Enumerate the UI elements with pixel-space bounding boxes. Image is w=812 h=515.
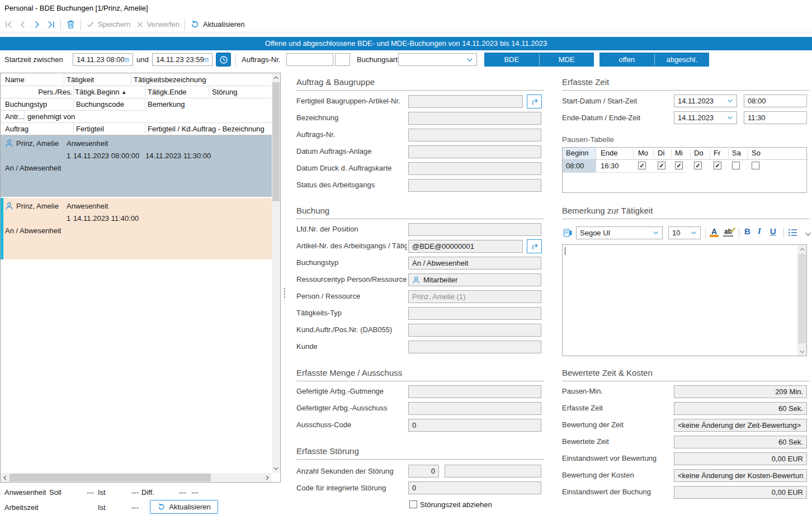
scroll-down-icon[interactable] xyxy=(272,464,280,473)
buchungstyp-field[interactable] xyxy=(408,257,541,270)
time-filter-button[interactable] xyxy=(216,53,231,67)
pause-day-do-checkbox[interactable] xyxy=(694,162,702,169)
col-taetigkeitsbezeichnung[interactable]: Tätigkeitsbezeichnung xyxy=(134,75,206,84)
scroll-up-icon[interactable] xyxy=(272,73,280,82)
delete-button[interactable] xyxy=(66,20,75,29)
lfd-nr-field[interactable] xyxy=(408,223,541,236)
bewertung-zeit-field[interactable] xyxy=(674,419,807,432)
start-date-input[interactable]: 14.11.23 08:00 xyxy=(73,53,133,66)
col-fertigteil-bezeichnung[interactable]: Fertigteil / Kd.Auftrag - Bezeichnung xyxy=(148,125,265,133)
bewertete-zeit-field[interactable] xyxy=(674,436,807,448)
scroll-right-icon[interactable] xyxy=(263,473,271,482)
pause-ende-cell[interactable]: 16:30 xyxy=(601,162,619,170)
pausen-col-di[interactable]: Di xyxy=(658,149,664,157)
bemerkung-editor[interactable] xyxy=(562,244,807,356)
person-ressource-field[interactable] xyxy=(408,290,541,303)
font-color-button[interactable]: A xyxy=(710,227,719,237)
scroll-up-icon[interactable] xyxy=(797,245,806,253)
buchungsart-select[interactable] xyxy=(398,53,477,66)
booking-row-open[interactable]: Prinz, Amelie Anwesenheit 1 14.11.2023 1… xyxy=(1,198,272,259)
underline-button[interactable]: U xyxy=(770,226,776,236)
pause-day-mi-checkbox[interactable] xyxy=(675,162,683,169)
pause-beginn-cell[interactable]: 08:00 xyxy=(563,160,596,172)
pausen-col-do[interactable]: Do xyxy=(694,149,704,157)
artikel-nr-arbeitsgang-field[interactable] xyxy=(408,240,523,253)
col-name[interactable]: Name xyxy=(5,75,25,84)
toolbar-more-button[interactable] xyxy=(805,230,811,238)
scroll-thumb[interactable] xyxy=(10,474,211,481)
taetigkeits-typ-field[interactable] xyxy=(408,307,541,320)
datum-druck-field[interactable] xyxy=(408,162,541,175)
auftrag-nr-input[interactable] xyxy=(286,53,333,66)
col-buchungstyp[interactable]: Buchungstyp xyxy=(5,100,47,108)
pausen-col-ende[interactable]: Ende xyxy=(601,149,617,157)
col-stoerung[interactable]: Störung xyxy=(212,88,238,96)
einstandswert-vor-field[interactable] xyxy=(674,452,807,465)
auftrags-nr-field[interactable] xyxy=(408,129,541,141)
footer-refresh-button[interactable]: Aktualisieren xyxy=(150,500,218,514)
pausen-col-sa[interactable]: Sa xyxy=(732,149,741,157)
start-zeit-input[interactable] xyxy=(744,95,807,107)
col-auftrag[interactable]: Auftrag xyxy=(5,125,29,133)
font-size-select[interactable]: 10 xyxy=(668,226,701,239)
pausen-min-field[interactable] xyxy=(674,385,807,398)
gutmenge-field[interactable] xyxy=(408,385,541,398)
scroll-left-icon[interactable] xyxy=(1,473,9,482)
auftrag-nr-input-2[interactable] xyxy=(335,53,350,66)
col-taetigk-ende[interactable]: Tätigk.Ende xyxy=(148,88,186,96)
booking-row-selected[interactable]: Prinz, Amelie Anwesenheit 1 14.11.2023 0… xyxy=(1,135,272,197)
stoerungszeit-abziehen-checkbox[interactable] xyxy=(409,500,417,508)
col-taetigk-beginn[interactable]: Tätigk.Beginn ▲ xyxy=(75,88,126,96)
nav-next-button[interactable] xyxy=(32,20,41,29)
list-vertical-scrollbar[interactable] xyxy=(272,73,280,473)
pause-day-sa-checkbox[interactable] xyxy=(732,162,740,169)
ende-datum-select[interactable]: 14.11.2023 xyxy=(674,111,737,124)
bde-toggle-button[interactable]: BDE xyxy=(484,53,539,67)
datum-auftrags-anlage-field[interactable] xyxy=(408,145,541,158)
nav-first-button[interactable] xyxy=(4,20,13,29)
editor-vertical-scrollbar[interactable] xyxy=(797,245,806,356)
ausschuss-code-field[interactable] xyxy=(408,419,541,432)
jump-to-artikel-button[interactable] xyxy=(527,95,542,108)
scroll-thumb[interactable] xyxy=(272,82,280,201)
pausen-col-mo[interactable]: Mo xyxy=(638,149,648,157)
ausschuss-field[interactable] xyxy=(408,402,541,415)
discard-button[interactable]: Verwerfen xyxy=(136,20,180,29)
save-button[interactable]: Speichern xyxy=(86,20,131,29)
pausen-col-so[interactable]: So xyxy=(752,149,761,157)
bezeichnung-field[interactable] xyxy=(408,112,541,125)
kunde-field[interactable] xyxy=(408,341,541,353)
fertigteil-artikel-nr-field[interactable] xyxy=(408,95,523,108)
highlight-button[interactable]: ab xyxy=(723,227,733,237)
col-pers-res[interactable]: Pers./Res. xyxy=(34,88,72,96)
col-antrag[interactable]: Antr... xyxy=(5,112,24,121)
text-template-button[interactable] xyxy=(563,228,573,239)
col-taetigkeit[interactable]: Tätigkeit xyxy=(67,75,94,84)
pause-day-mo-checkbox[interactable] xyxy=(638,162,646,169)
scroll-down-icon[interactable] xyxy=(797,347,806,356)
kund-auftr-pos-field[interactable] xyxy=(408,324,541,337)
stoerung-sekunden-extra-field[interactable] xyxy=(445,465,541,478)
start-datum-select[interactable]: 14.11.2023 xyxy=(674,95,737,107)
pausen-col-fr[interactable]: Fr xyxy=(714,149,720,157)
refresh-button[interactable]: Aktualisieren xyxy=(190,20,244,29)
ende-zeit-input[interactable] xyxy=(744,111,807,124)
bold-button[interactable]: B xyxy=(744,226,750,236)
col-fertigteil[interactable]: Fertigteil xyxy=(76,125,104,133)
bewertung-kosten-field[interactable] xyxy=(674,469,807,482)
col-genehmigt-von[interactable]: genehmigt von xyxy=(27,112,75,121)
col-buchungscode[interactable]: Buchungscode xyxy=(76,100,124,108)
stoerung-code-field[interactable] xyxy=(408,481,541,494)
nav-last-button[interactable] xyxy=(46,20,55,29)
list-horizontal-scrollbar[interactable] xyxy=(1,473,271,482)
stoerung-sekunden-field[interactable] xyxy=(408,465,439,478)
pausen-col-mi[interactable]: Mi xyxy=(675,149,683,157)
pause-day-fr-checkbox[interactable] xyxy=(714,162,721,169)
abgeschl-toggle-button[interactable]: abgeschl. xyxy=(655,53,710,67)
einstandswert-buchung-field[interactable] xyxy=(674,486,807,499)
pause-day-so-checkbox[interactable] xyxy=(752,162,759,169)
ressourcentyp-field[interactable]: Mitarbeiter xyxy=(408,273,541,286)
italic-button[interactable]: I xyxy=(758,226,761,236)
mde-toggle-button[interactable]: MDE xyxy=(540,53,594,67)
erfasste-zeit-field[interactable] xyxy=(674,402,807,415)
